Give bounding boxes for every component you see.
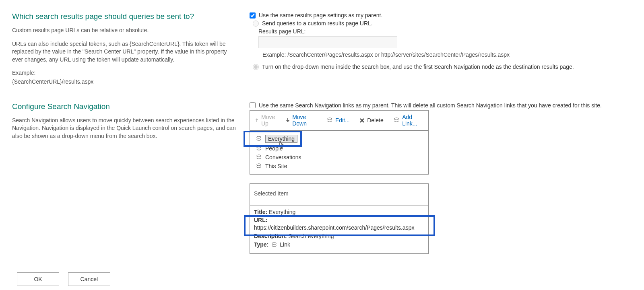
nav-item-label: This Site [265, 163, 287, 169]
add-link-button[interactable]: Add Link... [390, 112, 427, 128]
results-url-label: Results page URL: [258, 28, 632, 35]
nav-item-conversations[interactable]: Conversations [254, 153, 424, 161]
section1-example-value: {SearchCenterURL}/results.aspx [12, 78, 237, 86]
nav-item-label: People [265, 145, 283, 152]
nav-list: Everything People Conversations [250, 130, 429, 175]
nav-item-everything[interactable]: Everything [254, 134, 424, 144]
nav-item-people[interactable]: People [254, 144, 424, 152]
svg-point-5 [257, 164, 261, 166]
move-up-button[interactable]: Move Up [252, 112, 283, 128]
link-icon [271, 242, 277, 248]
results-url-input[interactable] [258, 36, 397, 48]
use-parent-results-label: Use the same results page settings as my… [259, 12, 382, 19]
move-down-button[interactable]: Move Down [283, 112, 320, 128]
selected-item-panel: Selected Item Title: Everything URL: htt… [250, 183, 429, 254]
cancel-button[interactable]: Cancel [68, 272, 110, 286]
nav-item-this-site[interactable]: This Site [254, 162, 424, 170]
selected-item-header: Selected Item [250, 184, 428, 206]
selected-url-line: URL: https://citizenbuilders.sharepoint.… [254, 216, 424, 232]
svg-point-2 [257, 136, 261, 138]
link-icon [256, 154, 262, 160]
link-icon [256, 163, 262, 169]
nav-item-label: Everything [265, 135, 297, 143]
dropdown-radio[interactable] [253, 64, 259, 70]
section1-desc1: Custom results page URLs can be relative… [12, 27, 237, 35]
arrow-up-icon [255, 118, 259, 123]
delete-button[interactable]: Delete [356, 115, 386, 125]
section2-desc: Search Navigation allows users to move q… [12, 117, 237, 140]
custom-url-radio[interactable] [253, 21, 259, 27]
close-icon [359, 118, 365, 123]
use-parent-results-checkbox[interactable] [250, 12, 256, 19]
use-parent-nav-label: Use the same Search Navigation links as … [259, 102, 602, 109]
selected-type-line: Type: Link [254, 241, 424, 249]
edit-button[interactable]: Edit... [323, 115, 353, 125]
selected-title-line: Title: Everything [254, 208, 424, 216]
custom-url-radio-label: Send queries to a custom results page UR… [262, 20, 373, 27]
selected-desc-line: Description: Search everything [254, 232, 424, 240]
link-icon [393, 117, 400, 123]
arrow-down-icon [286, 118, 290, 123]
section1-title: Which search results page should queries… [12, 12, 237, 21]
section2-title: Configure Search Navigation [12, 102, 237, 111]
use-parent-nav-checkbox[interactable] [250, 102, 256, 108]
nav-toolbar: Move Up Move Down Edit... [250, 110, 429, 130]
nav-item-label: Conversations [265, 154, 301, 160]
link-icon [256, 146, 262, 151]
svg-point-1 [394, 118, 398, 120]
svg-point-4 [257, 155, 261, 157]
svg-point-6 [272, 243, 276, 245]
svg-point-3 [257, 146, 261, 148]
link-icon [256, 136, 262, 142]
results-url-example: Example: /SearchCenter/Pages/results.asp… [262, 51, 632, 58]
svg-point-0 [328, 118, 332, 120]
section1-desc2: URLs can also include special tokens, su… [12, 40, 237, 64]
dropdown-radio-label: Turn on the drop-down menu inside the se… [262, 64, 574, 70]
link-icon [326, 117, 333, 123]
section1-example-label: Example: [12, 69, 237, 77]
ok-button[interactable]: OK [17, 272, 59, 286]
